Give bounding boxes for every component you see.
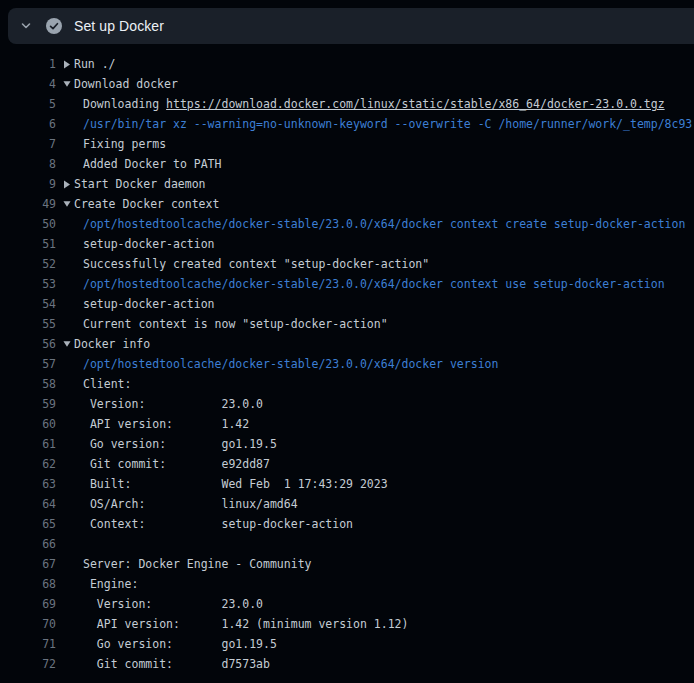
log-group-header[interactable]: Docker info <box>63 334 694 354</box>
line-number[interactable]: 63 <box>0 474 56 494</box>
workflow-log-page: Set up Docker 1Run ./4Download docker5Do… <box>0 8 694 674</box>
log-link[interactable]: https://download.docker.com/linux/static… <box>166 97 665 111</box>
log-row: 54setup-docker-action <box>0 294 694 314</box>
log-line: Context: setup-docker-action <box>63 514 694 534</box>
line-number[interactable]: 71 <box>0 634 56 654</box>
line-number[interactable]: 4 <box>0 74 56 94</box>
step-header[interactable]: Set up Docker <box>8 8 694 44</box>
log-group-header[interactable]: Create Docker context <box>63 194 694 214</box>
log-row: 71 Go version: go1.19.5 <box>0 634 694 654</box>
line-number[interactable]: 58 <box>0 374 56 394</box>
group-title: Docker info <box>74 334 150 354</box>
log-row: 70 API version: 1.42 (minimum version 1.… <box>0 614 694 634</box>
group-title: Create Docker context <box>74 194 219 214</box>
chevron-down-icon[interactable] <box>20 20 32 32</box>
line-number[interactable]: 70 <box>0 614 56 634</box>
step-title: Set up Docker <box>74 18 164 34</box>
log-row: 66 <box>0 534 694 554</box>
triangle-right-icon[interactable] <box>63 54 71 74</box>
log-row: 57/opt/hostedtoolcache/docker-stable/23.… <box>0 354 694 374</box>
log-line: /opt/hostedtoolcache/docker-stable/23.0.… <box>63 354 694 374</box>
line-number[interactable]: 68 <box>0 574 56 594</box>
log-line: Built: Wed Feb 1 17:43:29 2023 <box>63 474 694 494</box>
line-number[interactable]: 49 <box>0 194 56 214</box>
triangle-right-icon[interactable] <box>63 174 71 194</box>
log-line: setup-docker-action <box>63 294 694 314</box>
triangle-down-icon[interactable] <box>63 74 71 94</box>
line-number[interactable]: 59 <box>0 394 56 414</box>
log-line: /opt/hostedtoolcache/docker-stable/23.0.… <box>63 214 694 234</box>
triangle-down-icon[interactable] <box>63 334 71 354</box>
line-number[interactable]: 52 <box>0 254 56 274</box>
line-number[interactable]: 53 <box>0 274 56 294</box>
line-number[interactable]: 57 <box>0 354 56 374</box>
line-number[interactable]: 9 <box>0 174 56 194</box>
group-title: Start Docker daemon <box>74 174 206 194</box>
log-line: Server: Docker Engine - Community <box>63 554 694 574</box>
log-row: 53/opt/hostedtoolcache/docker-stable/23.… <box>0 274 694 294</box>
log-line: Current context is now "setup-docker-act… <box>63 314 694 334</box>
log-row: 7Fixing perms <box>0 134 694 154</box>
line-number[interactable]: 51 <box>0 234 56 254</box>
log-area: 1Run ./4Download docker5Downloading http… <box>0 44 694 674</box>
log-line: /opt/hostedtoolcache/docker-stable/23.0.… <box>63 274 694 294</box>
log-line: API version: 1.42 <box>63 414 694 434</box>
line-number[interactable]: 69 <box>0 594 56 614</box>
line-number[interactable]: 62 <box>0 454 56 474</box>
line-number[interactable]: 8 <box>0 154 56 174</box>
log-group-header[interactable]: Download docker <box>63 74 694 94</box>
log-row: 49Create Docker context <box>0 194 694 214</box>
log-line: API version: 1.42 (minimum version 1.12) <box>63 614 694 634</box>
log-line: Version: 23.0.0 <box>63 594 694 614</box>
log-row: 56Docker info <box>0 334 694 354</box>
log-row: 52Successfully created context "setup-do… <box>0 254 694 274</box>
log-row: 64 OS/Arch: linux/amd64 <box>0 494 694 514</box>
log-line: Fixing perms <box>63 134 694 154</box>
log-row: 1Run ./ <box>0 54 694 74</box>
line-number[interactable]: 61 <box>0 434 56 454</box>
group-title: Run ./ <box>74 54 116 74</box>
triangle-down-icon[interactable] <box>63 194 71 214</box>
line-number[interactable]: 56 <box>0 334 56 354</box>
line-number[interactable]: 6 <box>0 114 56 134</box>
line-number[interactable]: 55 <box>0 314 56 334</box>
log-row: 51setup-docker-action <box>0 234 694 254</box>
log-line: Client: <box>63 374 694 394</box>
line-number[interactable]: 50 <box>0 214 56 234</box>
log-line: setup-docker-action <box>63 234 694 254</box>
log-line: OS/Arch: linux/amd64 <box>63 494 694 514</box>
log-group-header[interactable]: Start Docker daemon <box>63 174 694 194</box>
log-row: 65 Context: setup-docker-action <box>0 514 694 534</box>
log-row: 8Added Docker to PATH <box>0 154 694 174</box>
log-row: 69 Version: 23.0.0 <box>0 594 694 614</box>
log-line: Go version: go1.19.5 <box>63 634 694 654</box>
line-number[interactable]: 5 <box>0 94 56 114</box>
line-number[interactable]: 60 <box>0 414 56 434</box>
log-row: 61 Go version: go1.19.5 <box>0 434 694 454</box>
line-number[interactable]: 7 <box>0 134 56 154</box>
log-group-header[interactable]: Run ./ <box>63 54 694 74</box>
log-text: Downloading <box>83 97 166 111</box>
log-line: Git commit: d7573ab <box>63 654 694 674</box>
log-row: 58Client: <box>0 374 694 394</box>
line-number[interactable]: 54 <box>0 294 56 314</box>
line-number[interactable]: 1 <box>0 54 56 74</box>
line-number[interactable]: 66 <box>0 534 56 554</box>
log-row: 62 Git commit: e92dd87 <box>0 454 694 474</box>
line-number[interactable]: 72 <box>0 654 56 674</box>
log-line: Downloading https://download.docker.com/… <box>63 94 694 114</box>
line-number[interactable]: 64 <box>0 494 56 514</box>
log-line: Successfully created context "setup-dock… <box>63 254 694 274</box>
log-row: 55Current context is now "setup-docker-a… <box>0 314 694 334</box>
line-number[interactable]: 65 <box>0 514 56 534</box>
log-row: 67Server: Docker Engine - Community <box>0 554 694 574</box>
log-row: 9Start Docker daemon <box>0 174 694 194</box>
log-line: Engine: <box>63 574 694 594</box>
group-title: Download docker <box>74 74 178 94</box>
line-number[interactable]: 67 <box>0 554 56 574</box>
log-line: Git commit: e92dd87 <box>63 454 694 474</box>
log-row: 68 Engine: <box>0 574 694 594</box>
log-row: 72 Git commit: d7573ab <box>0 654 694 674</box>
check-circle-icon <box>46 18 62 34</box>
log-row: 4Download docker <box>0 74 694 94</box>
